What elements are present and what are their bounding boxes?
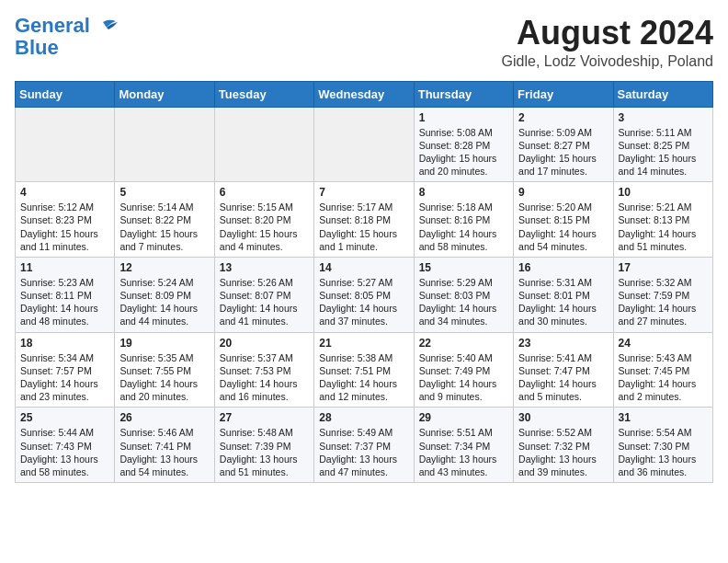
day-info: Daylight: 14 hours <box>619 302 708 315</box>
day-info: and 58 minutes. <box>20 465 109 478</box>
page-header: General Blue August 2024 Gidle, Lodz Voi… <box>15 15 713 70</box>
day-info: Daylight: 14 hours <box>220 302 309 315</box>
day-number: 16 <box>518 261 608 274</box>
calendar-cell: 18Sunrise: 5:34 AMSunset: 7:57 PMDayligh… <box>16 332 115 408</box>
weekday-header-saturday: Saturday <box>613 81 712 107</box>
day-info: Sunrise: 5:34 AM <box>20 351 109 364</box>
day-info: Sunrise: 5:40 AM <box>419 351 508 364</box>
weekday-header-sunday: Sunday <box>16 81 115 107</box>
day-info: Daylight: 14 hours <box>518 302 608 315</box>
day-info: Sunrise: 5:54 AM <box>619 426 708 439</box>
calendar-cell: 17Sunrise: 5:32 AMSunset: 7:59 PMDayligh… <box>613 257 712 332</box>
day-info: and 37 minutes. <box>319 315 408 327</box>
calendar-cell: 6Sunrise: 5:15 AMSunset: 8:20 PMDaylight… <box>214 182 313 258</box>
day-info: and 51 minutes. <box>619 240 708 253</box>
calendar-cell: 11Sunrise: 5:23 AMSunset: 8:11 PMDayligh… <box>16 257 115 332</box>
day-number: 19 <box>119 337 209 350</box>
day-info: Daylight: 14 hours <box>319 377 408 390</box>
day-info: Daylight: 14 hours <box>20 377 109 390</box>
day-info: and 36 minutes. <box>619 465 708 478</box>
calendar-cell <box>16 107 115 182</box>
calendar-table: SundayMondayTuesdayWednesdayThursdayFrid… <box>15 81 713 483</box>
calendar-cell: 24Sunrise: 5:43 AMSunset: 7:45 PMDayligh… <box>613 332 712 408</box>
day-info: Daylight: 15 hours <box>619 152 708 165</box>
day-info: Sunset: 8:18 PM <box>319 213 408 226</box>
day-info: Daylight: 15 hours <box>20 227 109 240</box>
calendar-cell: 9Sunrise: 5:20 AMSunset: 8:15 PMDaylight… <box>514 182 613 258</box>
calendar-cell: 28Sunrise: 5:49 AMSunset: 7:37 PMDayligh… <box>314 408 414 483</box>
day-info: Sunrise: 5:38 AM <box>319 351 408 364</box>
calendar-subtitle: Gidle, Lodz Voivodeship, Poland <box>502 53 713 70</box>
day-info: Daylight: 15 hours <box>220 227 309 240</box>
day-number: 8 <box>419 186 508 199</box>
calendar-week-3: 11Sunrise: 5:23 AMSunset: 8:11 PMDayligh… <box>16 257 713 332</box>
calendar-cell: 16Sunrise: 5:31 AMSunset: 8:01 PMDayligh… <box>514 257 613 332</box>
day-info: Sunrise: 5:43 AM <box>619 351 708 364</box>
day-info: Sunset: 8:22 PM <box>119 213 209 226</box>
day-info: Sunset: 8:03 PM <box>419 289 508 302</box>
day-info: Sunrise: 5:15 AM <box>220 201 309 213</box>
calendar-cell: 13Sunrise: 5:26 AMSunset: 8:07 PMDayligh… <box>214 257 313 332</box>
day-info: Sunrise: 5:49 AM <box>319 426 408 439</box>
day-info: Sunrise: 5:27 AM <box>319 276 408 289</box>
day-info: and 17 minutes. <box>518 165 608 178</box>
day-info: and 48 minutes. <box>20 315 109 327</box>
calendar-cell: 19Sunrise: 5:35 AMSunset: 7:55 PMDayligh… <box>115 332 214 408</box>
day-info: Sunset: 8:27 PM <box>518 139 608 152</box>
day-info: Sunrise: 5:52 AM <box>518 426 608 439</box>
day-info: and 5 minutes. <box>518 390 608 403</box>
day-info: and 14 minutes. <box>619 165 708 178</box>
day-info: Sunrise: 5:09 AM <box>518 126 608 139</box>
day-info: Sunrise: 5:17 AM <box>319 201 408 213</box>
day-info: and 30 minutes. <box>518 315 608 327</box>
day-info: and 51 minutes. <box>220 465 309 478</box>
day-info: and 34 minutes. <box>419 315 508 327</box>
day-info: and 58 minutes. <box>419 240 508 253</box>
weekday-header-tuesday: Tuesday <box>214 81 313 107</box>
calendar-week-1: 1Sunrise: 5:08 AMSunset: 8:28 PMDaylight… <box>16 107 713 182</box>
day-info: and 54 minutes. <box>119 465 209 478</box>
day-info: Sunrise: 5:14 AM <box>119 201 209 213</box>
day-info: Sunset: 8:15 PM <box>518 213 608 226</box>
day-info: Sunset: 7:57 PM <box>20 364 109 377</box>
calendar-cell: 31Sunrise: 5:54 AMSunset: 7:30 PMDayligh… <box>613 408 712 483</box>
day-info: Sunrise: 5:12 AM <box>20 201 109 213</box>
calendar-cell: 14Sunrise: 5:27 AMSunset: 8:05 PMDayligh… <box>314 257 414 332</box>
day-info: and 44 minutes. <box>119 315 209 327</box>
day-number: 6 <box>220 186 309 199</box>
calendar-cell: 1Sunrise: 5:08 AMSunset: 8:28 PMDaylight… <box>414 107 513 182</box>
title-section: August 2024 Gidle, Lodz Voivodeship, Pol… <box>502 15 713 70</box>
day-info: and 16 minutes. <box>220 390 309 403</box>
calendar-cell: 2Sunrise: 5:09 AMSunset: 8:27 PMDaylight… <box>514 107 613 182</box>
day-info: and 43 minutes. <box>419 465 508 478</box>
day-number: 7 <box>319 186 408 199</box>
day-info: Sunrise: 5:24 AM <box>119 276 209 289</box>
day-number: 26 <box>119 411 209 424</box>
day-info: and 20 minutes. <box>119 390 209 403</box>
day-info: Daylight: 14 hours <box>319 302 408 315</box>
day-info: and 41 minutes. <box>220 315 309 327</box>
day-info: Daylight: 13 hours <box>119 453 209 465</box>
day-info: and 27 minutes. <box>619 315 708 327</box>
day-info: Sunset: 7:55 PM <box>119 364 209 377</box>
day-info: and 23 minutes. <box>20 390 109 403</box>
calendar-cell <box>314 107 414 182</box>
weekday-header-wednesday: Wednesday <box>314 81 414 107</box>
logo-bird-icon <box>92 18 119 39</box>
day-number: 30 <box>518 411 608 424</box>
day-info: Sunset: 8:25 PM <box>619 139 708 152</box>
day-number: 13 <box>220 261 309 274</box>
calendar-week-4: 18Sunrise: 5:34 AMSunset: 7:57 PMDayligh… <box>16 332 713 408</box>
day-number: 18 <box>20 337 109 350</box>
day-info: Sunset: 7:49 PM <box>419 364 508 377</box>
calendar-cell: 26Sunrise: 5:46 AMSunset: 7:41 PMDayligh… <box>115 408 214 483</box>
day-info: Sunrise: 5:46 AM <box>119 426 209 439</box>
day-info: Sunset: 7:43 PM <box>20 440 109 453</box>
day-info: Sunset: 8:28 PM <box>419 139 508 152</box>
day-info: Sunset: 8:23 PM <box>20 213 109 226</box>
day-info: Sunset: 7:37 PM <box>319 440 408 453</box>
day-info: Sunrise: 5:44 AM <box>20 426 109 439</box>
day-info: Sunrise: 5:37 AM <box>220 351 309 364</box>
day-number: 28 <box>319 411 408 424</box>
day-info: Sunrise: 5:20 AM <box>518 201 608 213</box>
